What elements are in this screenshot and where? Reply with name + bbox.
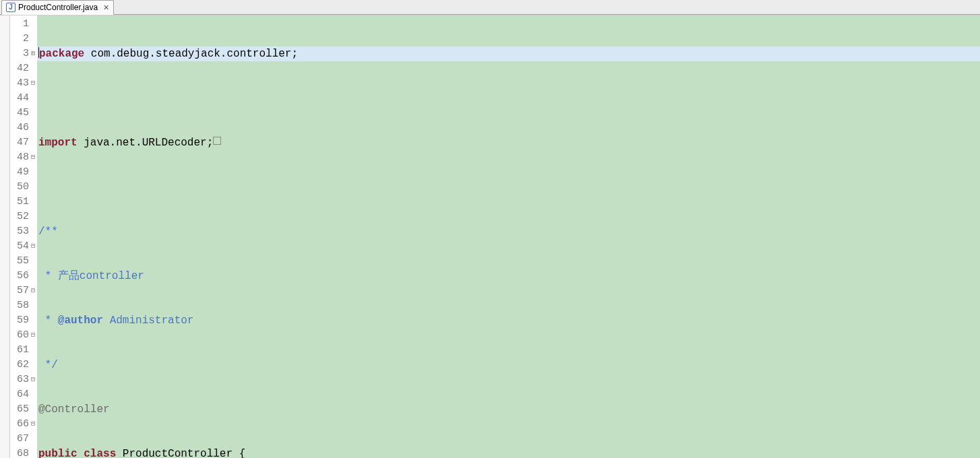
code-line: package com.debug.steadyjack.controller; xyxy=(37,46,980,61)
line-number[interactable]: 54⊟ xyxy=(10,239,37,254)
line-number[interactable]: 58 xyxy=(10,298,37,313)
folded-region-icon[interactable] xyxy=(213,137,221,145)
line-number[interactable]: 64 xyxy=(10,387,37,402)
fold-collapse-icon[interactable]: ⊟ xyxy=(30,76,36,91)
tab-title: ProductController.java xyxy=(18,3,98,12)
code-line: */ xyxy=(37,358,980,372)
line-number[interactable]: 2 xyxy=(10,32,37,46)
code-line: * 产品controller xyxy=(37,269,980,284)
line-number[interactable]: 42 xyxy=(10,61,37,76)
fold-collapse-icon[interactable]: ⊟ xyxy=(30,284,36,298)
fold-collapse-icon[interactable]: ⊟ xyxy=(30,328,36,343)
fold-expand-icon[interactable]: ⊞ xyxy=(30,46,36,61)
line-number[interactable]: 48⊟ xyxy=(10,150,37,165)
line-number[interactable]: 50 xyxy=(10,180,37,195)
line-number[interactable]: 57⊟ xyxy=(10,284,37,298)
line-number[interactable]: 49 xyxy=(10,165,37,180)
code-line: @Controller xyxy=(37,402,980,417)
fold-collapse-icon[interactable]: ⊟ xyxy=(30,372,36,387)
line-number[interactable]: 56 xyxy=(10,269,37,284)
fold-collapse-icon[interactable]: ⊟ xyxy=(30,239,36,254)
code-area[interactable]: package com.debug.steadyjack.controller;… xyxy=(37,15,980,458)
line-number[interactable]: 43⊟ xyxy=(10,76,37,91)
code-line xyxy=(37,91,980,106)
editor-tab-productcontroller[interactable]: ProductController.java ✕ xyxy=(1,0,114,15)
code-line: public class ProductController { xyxy=(37,447,980,458)
code-line: * @author Administrator xyxy=(37,313,980,328)
close-icon[interactable]: ✕ xyxy=(103,3,109,12)
line-number[interactable]: 45 xyxy=(10,106,37,121)
code-line: /** xyxy=(37,224,980,239)
editor-tab-bar: ProductController.java ✕ xyxy=(0,0,980,15)
line-number[interactable]: 67 xyxy=(10,432,37,447)
java-file-icon xyxy=(6,3,16,12)
fold-collapse-icon[interactable]: ⊟ xyxy=(30,417,36,432)
line-number[interactable]: 52 xyxy=(10,209,37,224)
line-number[interactable]: 59 xyxy=(10,313,37,328)
line-number[interactable]: 53 xyxy=(10,224,37,239)
line-number-gutter[interactable]: 123⊞4243⊟4445464748⊟495051525354⊟555657⊟… xyxy=(10,15,37,458)
line-number[interactable]: 68 xyxy=(10,447,37,458)
code-editor[interactable]: 123⊞4243⊟4445464748⊟495051525354⊟555657⊟… xyxy=(0,15,980,458)
line-number[interactable]: 44 xyxy=(10,91,37,106)
line-number[interactable]: 1 xyxy=(10,17,37,32)
line-number[interactable]: 46 xyxy=(10,121,37,135)
line-number[interactable]: 62 xyxy=(10,358,37,372)
line-number[interactable]: 65 xyxy=(10,402,37,417)
line-number[interactable]: 63⊟ xyxy=(10,372,37,387)
line-number[interactable]: 60⊟ xyxy=(10,328,37,343)
code-line: import java.net.URLDecoder; xyxy=(37,135,980,150)
line-number[interactable]: 47 xyxy=(10,135,37,150)
line-number[interactable]: 61 xyxy=(10,343,37,358)
line-number[interactable]: 66⊟ xyxy=(10,417,37,432)
line-number[interactable]: 51 xyxy=(10,195,37,209)
line-number[interactable]: 55 xyxy=(10,254,37,269)
line-number[interactable]: 3⊞ xyxy=(10,46,37,61)
code-line xyxy=(37,180,980,195)
fold-collapse-icon[interactable]: ⊟ xyxy=(30,150,36,165)
marker-bar xyxy=(0,15,10,458)
